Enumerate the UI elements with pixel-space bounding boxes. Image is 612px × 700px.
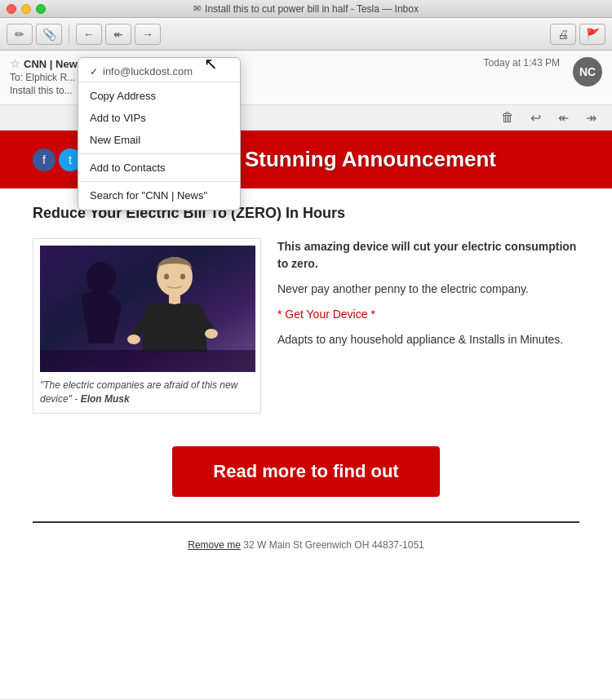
context-menu-overlay: ✓ info@luckdost.com Copy Address Add to … xyxy=(78,57,241,210)
svg-point-6 xyxy=(164,274,169,280)
image-wrap: "The electric companies are afraid of th… xyxy=(33,238,261,414)
print-button[interactable]: 🖨 xyxy=(550,24,576,45)
back-button[interactable]: ← xyxy=(76,24,102,45)
title-bar: ✉ Install this to cut power bill in half… xyxy=(0,0,612,18)
timestamp: Today at 1:43 PM xyxy=(484,57,560,69)
svg-point-5 xyxy=(205,329,218,339)
avatar: NC xyxy=(573,57,602,86)
flag-button[interactable]: 🚩 xyxy=(579,24,605,45)
footer-address: 32 W Main St Greenwich OH 44837-1051 xyxy=(241,539,424,551)
traffic-lights xyxy=(7,4,46,14)
content-block: "The electric companies are afraid of th… xyxy=(33,238,579,414)
context-menu: ✓ info@luckdost.com Copy Address Add to … xyxy=(78,57,241,210)
svg-rect-8 xyxy=(40,350,255,372)
context-menu-email: info@luckdost.com xyxy=(103,65,193,78)
forward-button[interactable]: → xyxy=(135,24,161,45)
body-p2: Adapts to any household appliance & Inst… xyxy=(277,331,579,348)
context-menu-add-to-vips[interactable]: Add to VIPs xyxy=(78,107,240,129)
get-device-link[interactable]: * Get Your Device * xyxy=(277,308,375,321)
star-icon[interactable]: ☆ xyxy=(10,57,20,70)
context-menu-add-to-contacts[interactable]: Add to Contacts xyxy=(78,157,240,179)
sender-name: CNN | News xyxy=(24,58,83,70)
context-menu-separator2 xyxy=(78,181,240,182)
svg-point-1 xyxy=(86,262,116,295)
compose-button[interactable]: ✏ xyxy=(7,24,33,45)
forward-mail-button[interactable]: ↠ xyxy=(579,109,602,126)
reply-all-button[interactable]: ↞ xyxy=(552,109,574,126)
content-text: This amazing device will cut your electr… xyxy=(277,238,579,414)
sender-info: ☆ CNN | News To: Elphick R... Install th… xyxy=(10,57,83,96)
mouse-cursor: ↖ xyxy=(204,54,218,73)
body-p1: Never pay another penny to the electric … xyxy=(277,281,579,298)
checkmark-icon: ✓ xyxy=(90,66,98,78)
context-menu-separator xyxy=(78,153,240,154)
unsubscribe-link[interactable]: Remove me xyxy=(188,539,241,551)
back-all-button[interactable]: ↞ xyxy=(105,24,131,45)
read-more-button[interactable]: Read more to find out xyxy=(172,446,439,497)
maximize-button[interactable] xyxy=(36,4,46,14)
envelope-icon: ✉ xyxy=(193,3,201,14)
context-menu-new-email[interactable]: New Email xyxy=(78,129,240,151)
close-button[interactable] xyxy=(7,4,16,14)
minimize-button[interactable] xyxy=(21,4,31,14)
body-bold: This amazing device will cut your electr… xyxy=(277,238,579,272)
reply-button[interactable]: ↩ xyxy=(524,109,547,126)
email-footer: Remove me 32 W Main St Greenwich OH 4483… xyxy=(33,521,579,567)
toolbar-separator xyxy=(69,25,69,43)
svg-point-4 xyxy=(127,334,140,344)
attachment-button[interactable]: 📎 xyxy=(36,24,62,45)
content-image xyxy=(40,246,255,372)
cta-wrap: Read more to find out xyxy=(33,430,579,521)
to-row: To: Elphick R... xyxy=(10,72,83,83)
toolbar: ✏ 📎 ← ↞ → 🖨 🚩 xyxy=(0,18,612,51)
svg-point-7 xyxy=(180,274,185,280)
elon-musk-image xyxy=(40,246,255,372)
image-caption: "The electric companies are afraid of th… xyxy=(40,379,254,406)
subject-row: Install this to... xyxy=(10,85,83,96)
toolbar-right: 🖨 🚩 xyxy=(550,24,605,45)
context-menu-copy-address[interactable]: Copy Address xyxy=(78,85,240,107)
trash-button[interactable]: 🗑 xyxy=(496,109,519,126)
context-menu-search[interactable]: Search for "CNN | News" xyxy=(78,184,240,206)
email-content: f t g+ Elon Musk's Stunning Announcement… xyxy=(0,131,612,698)
email-body: Reduce Your Electric Bill To (ZERO) In H… xyxy=(0,188,612,583)
facebook-icon[interactable]: f xyxy=(33,148,55,171)
window-title: ✉ Install this to cut power bill in half… xyxy=(193,3,419,15)
